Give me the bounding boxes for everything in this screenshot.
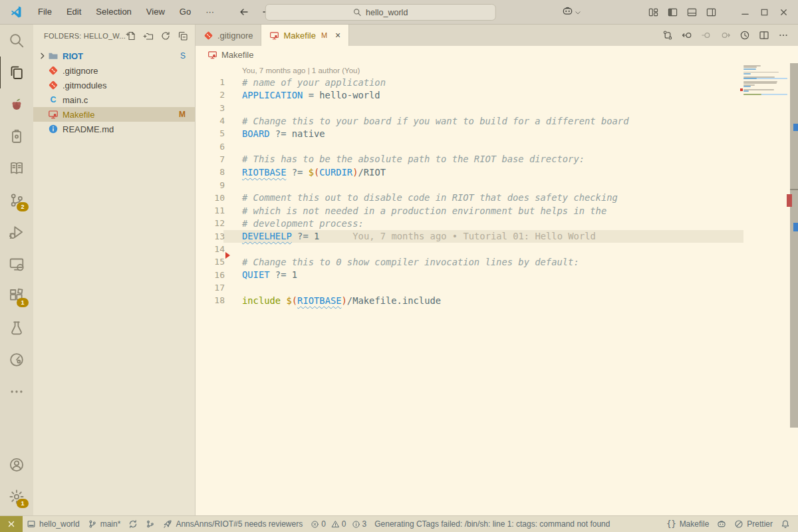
- code-line-8[interactable]: 8RIOTBASE ?= $(CURDIR)/RIOT: [196, 166, 798, 178]
- git-status-badge: M: [179, 110, 186, 119]
- menu-view[interactable]: View: [139, 3, 172, 21]
- activity-source-control[interactable]: 2: [0, 184, 33, 216]
- activity-testing[interactable]: [0, 312, 33, 344]
- activity-remote-explorer[interactable]: [0, 248, 33, 280]
- status-copilot[interactable]: [713, 519, 730, 529]
- activity-raspberry-pi[interactable]: [0, 88, 33, 120]
- scrollbar[interactable]: [790, 63, 798, 428]
- previous-change-icon[interactable]: [682, 30, 692, 41]
- status-git-branch[interactable]: main*: [84, 516, 125, 532]
- tree-item-gitmodules[interactable]: .gitmodules: [33, 78, 195, 92]
- code-line-1[interactable]: 1# name of your application: [196, 76, 798, 88]
- info-count: 3: [362, 519, 367, 529]
- collapse-all-icon[interactable]: [178, 31, 188, 41]
- menu-selection[interactable]: Selection: [88, 3, 138, 21]
- status-gitlens[interactable]: [142, 516, 159, 532]
- activity-docs[interactable]: [0, 152, 33, 184]
- status-ctags-message[interactable]: Generating CTags failed: /bin/sh: line 1…: [370, 516, 614, 532]
- code-line-12[interactable]: 12# development process:: [196, 217, 798, 229]
- status-language-mode[interactable]: {}Makefile: [662, 519, 713, 529]
- toggle-primary-sidebar-icon[interactable]: [668, 7, 678, 17]
- tree-item-gitignore[interactable]: .gitignore: [33, 63, 195, 78]
- customize-layout-icon[interactable]: [648, 7, 658, 17]
- status-prettier[interactable]: Prettier: [730, 519, 777, 529]
- minimap[interactable]: [743, 65, 787, 95]
- activity-more-views[interactable]: [0, 376, 33, 408]
- toggle-secondary-sidebar-icon[interactable]: [706, 7, 716, 17]
- tree-item-riot[interactable]: RIOTS: [33, 49, 195, 63]
- new-folder-icon[interactable]: [143, 31, 154, 41]
- close-tab-icon[interactable]: ×: [335, 31, 340, 40]
- c-file-icon: C: [48, 94, 59, 105]
- code-line-17[interactable]: 17: [196, 281, 798, 294]
- tree-item-makefile[interactable]: MakefileM: [33, 107, 195, 122]
- code-line-10[interactable]: 10# Comment this out to disable code in …: [196, 192, 798, 204]
- git-file-icon: [48, 80, 59, 90]
- tab-gitignore[interactable]: .gitignore: [196, 25, 261, 46]
- activity-search[interactable]: [0, 25, 33, 57]
- activity-gitlens-inspect[interactable]: [0, 344, 33, 376]
- new-file-icon[interactable]: [126, 31, 136, 41]
- code-line-9[interactable]: 9: [196, 178, 798, 191]
- remote-indicator-icon: [7, 519, 16, 529]
- file-label: main.c: [63, 95, 88, 105]
- more-actions-icon[interactable]: [778, 30, 789, 41]
- code-line-14[interactable]: 14: [196, 243, 798, 255]
- code-line-13[interactable]: 13DEVELHELP ?= 1You, 7 months ago • Tuto…: [196, 230, 798, 243]
- tree-item-mainc[interactable]: Cmain.c: [33, 92, 195, 107]
- menu-edit[interactable]: Edit: [59, 3, 88, 21]
- menu-file[interactable]: File: [31, 3, 59, 21]
- code-line-15[interactable]: 15# Change this to 0 show compiler invoc…: [196, 255, 798, 268]
- code-line-16[interactable]: 16QUIET ?= 1: [196, 268, 798, 281]
- tab-makefile[interactable]: MakefileM×: [261, 25, 349, 46]
- activity-bar: 211: [0, 25, 33, 515]
- code-editor[interactable]: You, 7 months ago | 1 author (You) 1# na…: [196, 63, 798, 515]
- file-history-icon[interactable]: [739, 30, 750, 41]
- open-changes-icon[interactable]: [662, 30, 673, 41]
- maximize-button[interactable]: [759, 7, 769, 17]
- tree-item-readmemd[interactable]: README.md: [33, 122, 195, 136]
- breadcrumb[interactable]: Makefile: [196, 46, 798, 63]
- menu-[interactable]: ···: [198, 3, 221, 21]
- remote-indicator[interactable]: [0, 516, 23, 532]
- activity-explorer[interactable]: [0, 57, 34, 88]
- vscode-window: FileEditSelectionViewGo··· hello_world: [0, 0, 798, 532]
- activity-accounts[interactable]: [0, 449, 33, 481]
- close-button[interactable]: [779, 7, 789, 17]
- code-line-11[interactable]: 11# which is not needed in a production …: [196, 204, 798, 217]
- activity-settings[interactable]: 1: [0, 481, 33, 513]
- activity-project-manager[interactable]: [0, 120, 33, 152]
- line-number: 1: [196, 77, 225, 87]
- status-workspace[interactable]: hello_world: [23, 516, 84, 532]
- activity-extensions[interactable]: 1: [0, 280, 33, 312]
- code-line-7[interactable]: 7# This has to be the absolute path to t…: [196, 153, 798, 166]
- activity-run-and-debug[interactable]: [0, 216, 33, 248]
- split-editor-icon[interactable]: [759, 30, 769, 41]
- status-sync[interactable]: [124, 516, 142, 532]
- code-line-18[interactable]: 18include $(RIOTBASE)/Makefile.include: [196, 294, 798, 307]
- gitlens-codelens[interactable]: You, 7 months ago | 1 author (You): [242, 66, 798, 76]
- line-number: 18: [196, 295, 225, 305]
- overview-mark-info: [793, 124, 798, 131]
- code-line-3[interactable]: 3: [196, 102, 798, 114]
- next-change-in-file-icon[interactable]: [720, 30, 731, 41]
- status-pr-status[interactable]: AnnsAnns/RIOT#5 needs reviewers: [159, 516, 307, 532]
- problems-status[interactable]: 003: [307, 516, 370, 532]
- previous-change-in-file-icon[interactable]: [701, 30, 712, 41]
- menu-go[interactable]: Go: [172, 3, 198, 21]
- refresh-icon[interactable]: [160, 31, 171, 41]
- copilot-menu[interactable]: [562, 5, 581, 17]
- command-center-search[interactable]: hello_world: [265, 4, 496, 21]
- code-line-6[interactable]: 6: [196, 140, 798, 152]
- status-notifications[interactable]: [777, 519, 794, 529]
- back-arrow-icon[interactable]: [239, 7, 249, 17]
- code-line-4[interactable]: 4# Change this to your board if you want…: [196, 114, 798, 127]
- minimize-button[interactable]: [740, 7, 750, 17]
- toggle-panel-icon[interactable]: [687, 7, 697, 17]
- chevron-right-icon: [37, 51, 48, 61]
- line-number: 2: [196, 90, 225, 100]
- code-line-2[interactable]: 2APPLICATION = hello-world: [196, 88, 798, 101]
- info-file-icon: [48, 124, 59, 134]
- line-number: 12: [196, 218, 225, 228]
- code-line-5[interactable]: 5BOARD ?= native: [196, 127, 798, 140]
